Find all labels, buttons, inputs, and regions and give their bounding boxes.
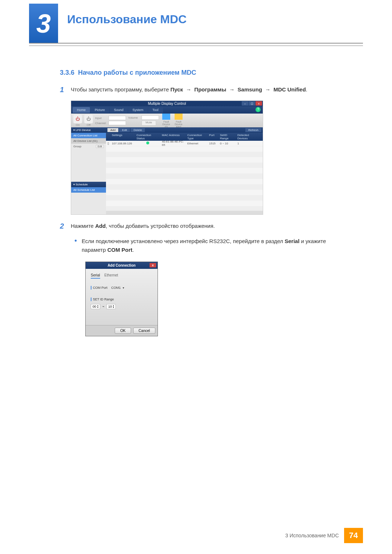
- tab-home[interactable]: Home: [73, 107, 90, 113]
- page-footer: 3 Использование MDC 74: [285, 528, 363, 543]
- add-button[interactable]: Add: [107, 128, 118, 132]
- chevron-down-icon: ▾: [123, 286, 124, 290]
- step-text: Чтобы запустить программу, выберите Пуск…: [71, 86, 307, 94]
- minimize-icon[interactable]: –: [242, 101, 248, 106]
- mdc-window: Multiple Display Control – ◻ x Home Pict…: [71, 100, 263, 215]
- tab-system[interactable]: System: [128, 107, 148, 113]
- fault-device-icon[interactable]: Fault Device (0): [161, 113, 171, 128]
- tab-serial[interactable]: Serial: [91, 273, 100, 279]
- com-port-select[interactable]: COM1▾: [111, 286, 124, 290]
- table-empty-rows: [106, 146, 263, 211]
- fault-alert-icon[interactable]: Fault Device Alert: [173, 113, 184, 128]
- underline: [29, 45, 363, 46]
- tab-picture[interactable]: Picture: [90, 107, 109, 113]
- table-row[interactable]: ▯ 107.108.89.126 40-61-86-4E-FC-65 Ether…: [106, 141, 263, 146]
- maximize-icon[interactable]: ◻: [249, 101, 255, 106]
- refresh-button[interactable]: Refresh: [245, 128, 261, 132]
- volume-input[interactable]: [142, 115, 159, 120]
- com-port-label: COM Port: [91, 286, 107, 290]
- power-on-button[interactable]: ⏻: [73, 115, 82, 123]
- step-2: 2 Нажмите Add, чтобы добавить устройство…: [60, 222, 348, 230]
- list-item: • Если подключение установлено через инт…: [74, 237, 348, 254]
- scrollbar[interactable]: [106, 211, 263, 214]
- sidebar: ▾ LFD Device All Connection List All Dev…: [71, 127, 106, 214]
- page-number: 74: [344, 528, 363, 543]
- sidebar-section-lfd[interactable]: ▾ LFD Device: [71, 127, 106, 133]
- input-select[interactable]: [109, 116, 126, 120]
- bullet-icon: •: [74, 237, 82, 254]
- mute-button[interactable]: Mute: [142, 120, 156, 126]
- help-icon[interactable]: ?: [256, 107, 261, 112]
- edit-button[interactable]: Edit: [119, 128, 130, 132]
- sidebar-item-group[interactable]: Group Edit: [71, 144, 106, 149]
- checkbox-icon[interactable]: ▯: [107, 142, 109, 145]
- footer-text: 3 Использование MDC: [285, 533, 339, 538]
- power-off-button[interactable]: ⏻: [84, 115, 93, 123]
- sidebar-section-schedule[interactable]: ▾ Schedule: [71, 182, 106, 187]
- channel-stepper[interactable]: [109, 121, 126, 125]
- chevron-down-icon[interactable]: ▾: [97, 307, 98, 308]
- close-icon[interactable]: x: [150, 263, 156, 267]
- tab-ethernet[interactable]: Ethernet: [105, 273, 118, 279]
- window-title-bar: Multiple Display Control – ◻ x: [71, 101, 263, 106]
- status-dot-icon: [146, 141, 149, 144]
- divider: [29, 43, 363, 44]
- step-1: 1 Чтобы запустить программу, выберите Пу…: [60, 86, 348, 94]
- tab-tool[interactable]: Tool: [148, 107, 163, 113]
- delete-button[interactable]: Delete: [131, 128, 145, 132]
- section-heading: 3.3.6 Начало работы с приложением MDC: [60, 69, 348, 77]
- sidebar-item-all-connection[interactable]: All Connection List: [71, 133, 106, 138]
- chevron-down-icon[interactable]: ▾: [113, 307, 114, 308]
- chapter-tab: 3: [29, 4, 58, 44]
- menu-bar: Home Picture Sound System Tool ?: [71, 106, 263, 114]
- ok-button[interactable]: OK: [115, 328, 131, 334]
- device-area: Add Edit Delete Refresh Settings Connect…: [106, 127, 263, 214]
- cancel-button[interactable]: Cancel: [133, 328, 155, 334]
- group-edit-button[interactable]: Edit: [96, 145, 104, 148]
- range-from-stepper[interactable]: 00▴▾: [91, 304, 100, 309]
- add-connection-dialog: Add Connection x Serial Ethernet COM Por…: [85, 262, 158, 336]
- toolbar: ⏻ On ⏻ Off Input Channel Volume Mute Fau…: [71, 114, 263, 127]
- dialog-title-bar: Add Connection x: [86, 262, 158, 269]
- chapter-title: Использование MDC: [67, 13, 187, 26]
- sidebar-item-all-device[interactable]: All Device List (01): [71, 138, 106, 144]
- range-to-stepper[interactable]: 10▴▾: [106, 304, 116, 309]
- close-icon[interactable]: x: [256, 101, 262, 106]
- tab-sound[interactable]: Sound: [110, 107, 128, 113]
- sidebar-item-all-schedule[interactable]: All Schedule List: [71, 187, 106, 193]
- step-number: 1: [60, 86, 71, 94]
- setid-range-label: SET ID Range: [91, 297, 114, 301]
- step-number: 2: [60, 222, 71, 230]
- chapter-number: 3: [36, 9, 51, 38]
- step-text: Нажмите Add, чтобы добавить устройство о…: [71, 222, 215, 230]
